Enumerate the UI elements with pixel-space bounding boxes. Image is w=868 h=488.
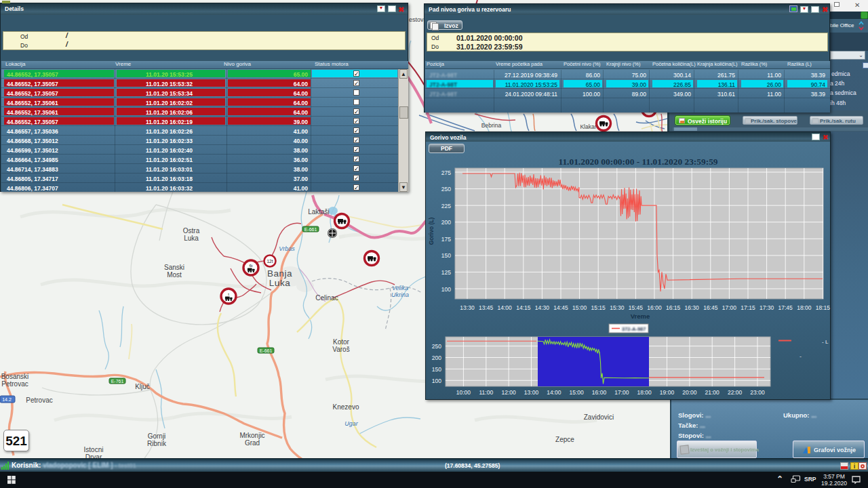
svg-text:125: 125	[441, 269, 451, 276]
svg-text:16:15: 16:15	[666, 304, 681, 311]
svg-text:17:45: 17:45	[778, 304, 793, 311]
svg-text:16:00: 16:00	[647, 304, 662, 311]
svg-text:21:00: 21:00	[705, 389, 720, 396]
svg-text:13:30: 13:30	[460, 304, 475, 311]
svg-text:11.01.2020 00:00:00 - 11.01.20: 11.01.2020 00:00:00 - 11.01.2020 23:59:5…	[558, 157, 717, 167]
svg-text:20:00: 20:00	[682, 389, 697, 396]
svg-text:18:00: 18:00	[637, 389, 652, 396]
svg-text:17:00: 17:00	[614, 389, 629, 396]
svg-text:14:15: 14:15	[516, 304, 531, 311]
svg-text:19:00: 19:00	[660, 389, 675, 396]
svg-text:200: 200	[432, 354, 441, 361]
svg-text:12:00: 12:00	[501, 389, 516, 396]
svg-text:250: 250	[441, 186, 451, 192]
svg-text:225: 225	[441, 203, 451, 209]
svg-text:15:15: 15:15	[591, 304, 606, 311]
svg-text:16:45: 16:45	[703, 304, 718, 311]
svg-text:15:00: 15:00	[572, 304, 587, 311]
svg-text:23:00: 23:00	[750, 389, 765, 396]
svg-text:200: 200	[441, 219, 451, 226]
svg-text:100: 100	[432, 378, 441, 384]
svg-text:372-A-987: 372-A-987	[622, 326, 646, 332]
svg-text:18:15: 18:15	[816, 304, 831, 311]
svg-text:175: 175	[441, 236, 451, 243]
svg-text:275: 275	[441, 169, 451, 176]
svg-text:14:00: 14:00	[547, 389, 561, 396]
svg-text:150: 150	[432, 366, 441, 373]
svg-text:- L: - L	[822, 339, 829, 345]
svg-text:14:00: 14:00	[498, 304, 513, 311]
svg-text:Gorivo (L): Gorivo (L)	[428, 218, 435, 245]
svg-text:17:00: 17:00	[722, 304, 737, 311]
svg-text:12t: 12t	[267, 259, 273, 264]
svg-text:15:45: 15:45	[629, 304, 644, 311]
svg-text:13:00: 13:00	[524, 389, 539, 396]
svg-text:-: -	[800, 353, 802, 360]
svg-text:17:15: 17:15	[741, 304, 755, 311]
svg-text:16:00: 16:00	[592, 389, 607, 396]
svg-text:6t: 6t	[249, 264, 252, 268]
svg-text:13:45: 13:45	[479, 304, 494, 311]
svg-text:100: 100	[441, 286, 451, 293]
svg-text:Vreme: Vreme	[631, 312, 650, 320]
svg-text:250: 250	[432, 343, 441, 350]
svg-text:11:00: 11:00	[479, 389, 493, 396]
svg-text:150: 150	[441, 252, 451, 259]
svg-text:18:00: 18:00	[797, 304, 812, 311]
svg-text:15:00: 15:00	[569, 389, 584, 396]
svg-text:14:30: 14:30	[535, 304, 550, 311]
svg-text:15:30: 15:30	[610, 304, 625, 311]
svg-text:16:30: 16:30	[685, 304, 700, 311]
svg-text:17:30: 17:30	[760, 304, 774, 311]
svg-text:22:00: 22:00	[728, 389, 743, 396]
svg-text:10:00: 10:00	[456, 389, 471, 396]
svg-text:14:45: 14:45	[553, 304, 568, 311]
